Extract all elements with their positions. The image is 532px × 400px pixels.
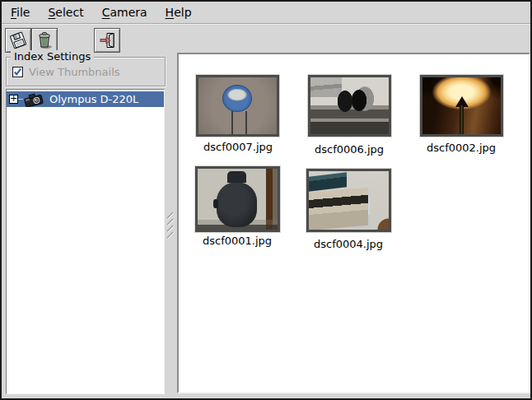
menu-file-mnemonic: F (11, 6, 16, 19)
tree-item-olympus-d220l[interactable]: + Olympus D-220L (7, 91, 164, 107)
menu-file[interactable]: File (8, 4, 32, 21)
thumbnail-dscf0007[interactable] (196, 75, 279, 137)
photo-printer-panel-art (349, 195, 370, 228)
camera-tree: + Olympus D-220L (6, 89, 165, 394)
delete-button[interactable] (31, 28, 58, 53)
exit-door-icon (97, 30, 117, 50)
view-thumbnails-label: View Thumbnails (29, 66, 120, 78)
thumbnail-filename: dscf0001.jpg (180, 235, 295, 247)
thumbnail-dscf0001[interactable] (195, 166, 280, 232)
tree-item-label: Olympus D-220L (49, 93, 138, 105)
menu-camera[interactable]: Camera (100, 4, 150, 21)
thumbnail-filename: dscf0002.jpg (404, 142, 519, 154)
view-thumbnails-checkbox[interactable]: View Thumbnails (12, 66, 120, 78)
menu-camera-rest: amera (110, 6, 147, 19)
menu-help-mnemonic: H (166, 6, 175, 19)
grip-lines-icon (166, 212, 175, 239)
menu-select-mnemonic: S (48, 6, 55, 19)
menu-bar: File Select Camera Help (2, 2, 530, 24)
photo-guitar-case-art (217, 182, 257, 227)
checkbox-box (12, 67, 23, 77)
thumbnail-panel: dscf0007.jpg dscf0006.jpg dscf0002.jpg d… (177, 53, 530, 393)
index-settings-title: Index Settings (11, 50, 94, 63)
thumbnail-dscf0004[interactable] (306, 169, 391, 232)
trash-icon (35, 30, 54, 50)
menu-help[interactable]: Help (163, 4, 194, 21)
thumbnail-filename: dscf0004.jpg (291, 238, 406, 250)
menu-camera-mnemonic: C (102, 6, 110, 19)
thumbnail-dscf0006[interactable] (308, 75, 391, 137)
thumbnail-dscf0002[interactable] (420, 75, 503, 137)
exit-button[interactable] (94, 28, 120, 53)
pane-resize-handle[interactable] (166, 212, 175, 239)
expander-plus-icon[interactable]: + (9, 95, 18, 104)
menu-select-rest: elect (55, 6, 83, 19)
gtkam-window: File Select Camera Help (0, 0, 532, 400)
menu-file-rest: ile (16, 6, 30, 19)
save-button[interactable] (5, 28, 31, 53)
thumbnail-filename: dscf0006.jpg (292, 143, 407, 156)
menu-help-rest: elp (174, 6, 191, 19)
menu-select[interactable]: Select (45, 4, 86, 21)
index-settings-frame: Index Settings View Thumbnails (6, 57, 166, 86)
checkmark-icon (13, 67, 22, 77)
floppy-disk-icon (8, 30, 28, 50)
thumbnail-filename: dscf0007.jpg (180, 141, 296, 153)
camera-icon (23, 92, 44, 107)
